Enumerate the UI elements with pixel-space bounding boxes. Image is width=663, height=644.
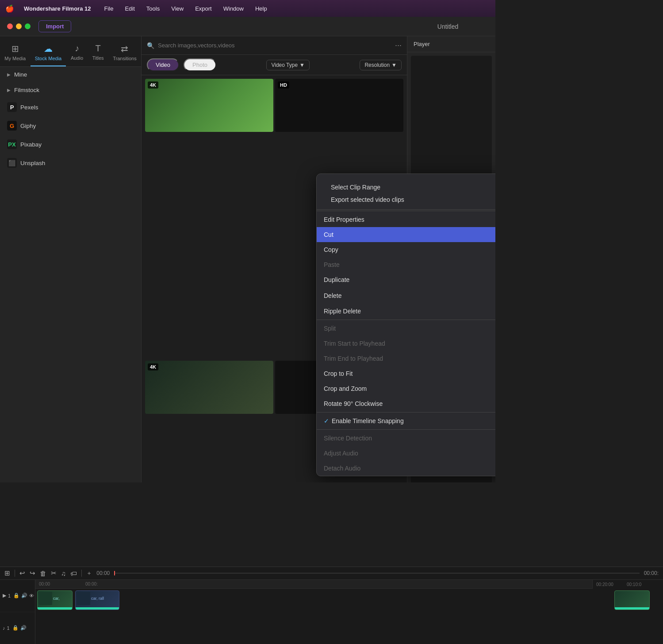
context-menu-header-items: Select Clip Range Export selected video …	[324, 178, 411, 208]
ctx-copy-label: Copy	[324, 246, 338, 253]
ctx-crop-to-fit-label: Crop to Fit	[324, 370, 353, 377]
app-name: Wondershare Filmora 12	[24, 5, 91, 12]
minimize-button[interactable]	[16, 23, 22, 29]
import-button[interactable]: Import	[38, 20, 71, 32]
ctx-select-clip-range[interactable]: Select Clip Range	[324, 181, 411, 193]
ctx-duplicate[interactable]: Duplicate ⌘ D	[317, 272, 495, 287]
ctx-rotate[interactable]: Rotate 90° Clockwise ⌥ ⌘ ▶	[317, 396, 495, 411]
sidebar-item-pexels[interactable]: P Pexels	[0, 98, 141, 116]
ctx-cut[interactable]: Cut ⌘ X	[317, 227, 495, 242]
ctx-detach-audio[interactable]: Detach Audio	[317, 461, 495, 476]
menu-view[interactable]: View	[169, 4, 185, 13]
ctx-edit-properties[interactable]: Edit Properties ⌥ E	[317, 212, 495, 227]
ctx-trim-start-label: Trim Start to Playhead	[324, 340, 385, 347]
ctx-divider-2	[317, 412, 495, 413]
close-button[interactable]	[7, 23, 13, 29]
pexels-icon: P	[7, 102, 17, 112]
tab-transitions-label: Transitions	[113, 56, 136, 61]
ctx-paste[interactable]: Paste ⌘ V	[317, 257, 495, 272]
checkmark-icon: ✓	[324, 417, 329, 424]
tab-titles[interactable]: T Titles	[88, 41, 108, 66]
ctx-split-label: Split	[324, 325, 336, 332]
sidebar: ▶ Mine ▶ Filmstock P Pexels G Giphy PX P…	[0, 67, 141, 482]
ctx-crop-to-fit[interactable]: Crop to Fit ⌘ F	[317, 366, 495, 381]
sidebar-item-mine-label: Mine	[14, 71, 27, 78]
sidebar-item-unsplash-label: Unsplash	[20, 160, 45, 166]
context-menu: Select Clip Range Export selected video …	[316, 174, 495, 476]
ctx-silence-detection-label: Silence Detection	[324, 435, 372, 442]
giphy-icon: G	[7, 121, 17, 131]
stock-media-icon: ☁	[44, 43, 53, 54]
chevron-right-icon: ▶	[7, 72, 11, 77]
left-panel: ⊞ My Media ☁ Stock Media ♪ Audio T Title…	[0, 36, 142, 482]
ctx-duplicate-label: Duplicate	[324, 276, 349, 283]
toolbar-tabs: ⊞ My Media ☁ Stock Media ♪ Audio T Title…	[0, 36, 141, 67]
player-label: Player	[407, 36, 495, 52]
ctx-crop-zoom-label: Crop and Zoom	[324, 385, 367, 392]
sidebar-item-filmstock[interactable]: ▶ Filmstock	[0, 82, 141, 98]
sidebar-item-mine[interactable]: ▶ Mine	[0, 67, 141, 82]
maximize-button[interactable]	[25, 23, 31, 29]
menu-edit[interactable]: Edit	[123, 4, 136, 13]
ctx-split[interactable]: Split ⌘ B	[317, 321, 495, 336]
titles-icon: T	[96, 43, 101, 54]
ctx-adjust-audio-label: Adjust Audio	[324, 450, 358, 457]
pixabay-icon: PX	[7, 139, 17, 149]
ctx-edit-properties-label: Edit Properties	[324, 216, 364, 223]
context-menu-header: Select Clip Range Export selected video …	[317, 174, 495, 210]
ctx-cut-label: Cut	[324, 231, 333, 238]
apple-logo-icon: 🍎	[5, 4, 14, 13]
menu-file[interactable]: File	[102, 4, 115, 13]
menu-export[interactable]: Export	[193, 4, 214, 13]
ctx-crop-zoom[interactable]: Crop and Zoom ⌥ C	[317, 381, 495, 396]
tab-stock-media-label: Stock Media	[35, 56, 62, 61]
tab-stock-media[interactable]: ☁ Stock Media	[31, 41, 66, 66]
tab-titles-label: Titles	[92, 55, 104, 61]
ctx-rotate-label: Rotate 90° Clockwise	[324, 400, 383, 407]
ctx-trim-end[interactable]: Trim End to Playhead ⌥ ]	[317, 351, 495, 366]
traffic-lights	[7, 23, 31, 29]
ctx-trim-end-label: Trim End to Playhead	[324, 355, 383, 362]
unsplash-icon: ⬛	[7, 158, 17, 168]
tab-audio-label: Audio	[71, 55, 83, 61]
ctx-paste-label: Paste	[324, 261, 340, 268]
menu-window[interactable]: Window	[222, 4, 245, 13]
ctx-adjust-audio[interactable]: Adjust Audio	[317, 446, 495, 461]
menu-tools[interactable]: Tools	[145, 4, 161, 13]
sidebar-item-pixabay[interactable]: PX Pixabay	[0, 135, 141, 154]
my-media-icon: ⊞	[11, 43, 19, 54]
ctx-export-selected[interactable]: Export selected video clips	[324, 193, 411, 206]
sidebar-item-filmstock-label: Filmstock	[14, 87, 39, 93]
tab-audio[interactable]: ♪ Audio	[66, 41, 88, 66]
ctx-copy[interactable]: Copy ⌘ C	[317, 242, 495, 257]
ctx-enable-snapping[interactable]: ✓ Enable Timeline Snapping	[317, 413, 495, 428]
ctx-divider-3	[317, 429, 495, 430]
sidebar-item-giphy-label: Giphy	[20, 123, 36, 129]
ctx-delete-label: Delete	[324, 292, 341, 299]
ctx-enable-snapping-label: ✓ Enable Timeline Snapping	[324, 417, 404, 424]
ctx-delete[interactable]: Delete ⌫	[317, 287, 495, 304]
window-title: Untitled	[437, 23, 458, 30]
sidebar-item-unsplash[interactable]: ⬛ Unsplash	[0, 154, 141, 172]
transitions-icon: ⇄	[121, 43, 128, 54]
sidebar-item-pexels-label: Pexels	[20, 104, 38, 111]
ctx-ripple-delete-label: Ripple Delete	[324, 308, 361, 315]
sidebar-item-pixabay-label: Pixabay	[20, 141, 42, 148]
tab-my-media[interactable]: ⊞ My Media	[0, 41, 30, 66]
menu-help[interactable]: Help	[253, 4, 269, 13]
chevron-right-icon: ▶	[7, 88, 11, 93]
tab-transitions[interactable]: ⇄ Transitions	[108, 41, 141, 66]
audio-icon: ♪	[75, 43, 79, 54]
tab-my-media-label: My Media	[4, 56, 26, 61]
ctx-trim-start[interactable]: Trim Start to Playhead ⌥ [	[317, 336, 495, 351]
ctx-divider-top	[317, 211, 495, 211]
context-menu-overlay: Select Clip Range Export selected video …	[142, 36, 407, 482]
title-bar: Import Untitled	[0, 17, 495, 36]
sidebar-item-giphy[interactable]: G Giphy	[0, 116, 141, 135]
ctx-ripple-delete[interactable]: Ripple Delete ⇧ ⌫	[317, 304, 495, 319]
content-panel: 🔍 ··· Video Photo Video Type ▼ Resolutio…	[142, 36, 407, 482]
ctx-silence-detection[interactable]: Silence Detection	[317, 431, 495, 446]
main-layout: ⊞ My Media ☁ Stock Media ♪ Audio T Title…	[0, 36, 495, 482]
ctx-divider-1	[317, 320, 495, 320]
ctx-detach-audio-label: Detach Audio	[324, 465, 360, 472]
